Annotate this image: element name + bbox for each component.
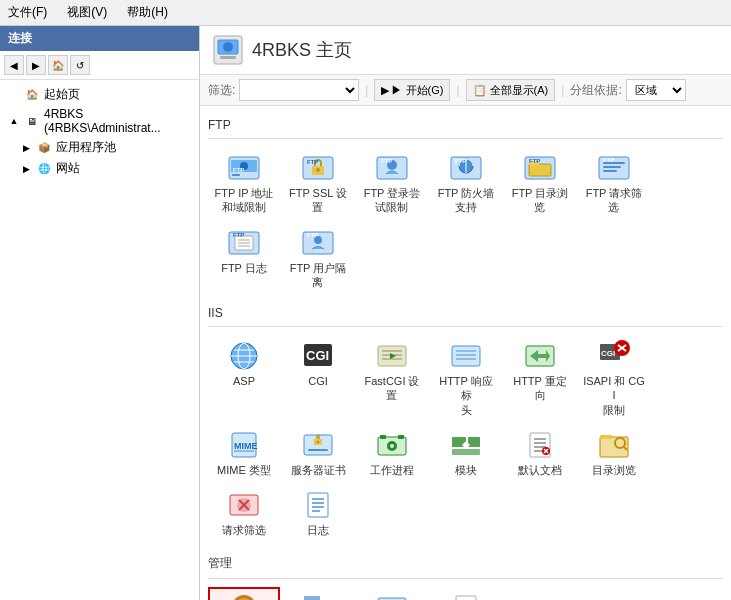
separator1: | <box>365 83 368 97</box>
asp-label: ASP <box>233 374 255 388</box>
ftp-log-icon: FTP <box>228 227 260 259</box>
icon-http-redirect[interactable]: HTTP 重定向 <box>504 335 576 422</box>
sidebar-item-apppool-label: 应用程序池 <box>56 139 116 156</box>
filter-select[interactable] <box>239 79 359 101</box>
isapi-cgi-icon: CGI <box>598 340 630 372</box>
sidebar-toolbar: ◀ ▶ 🏠 ↺ <box>0 51 199 80</box>
sidebar-item-sites[interactable]: ▶ 🌐 网站 <box>16 158 195 179</box>
svg-text:MIME: MIME <box>234 441 258 451</box>
svg-text:CGI: CGI <box>601 349 615 358</box>
apppool-expand-icon: ▶ <box>20 143 32 153</box>
svg-point-65 <box>317 441 320 444</box>
svg-point-2 <box>223 42 233 52</box>
ftp-icon-grid: FTP FTP IP 地址和域限制 FTP <box>208 147 723 294</box>
ftp-firewall-label: FTP 防火墙支持 <box>438 186 495 215</box>
icon-cgi[interactable]: CGI CGI <box>282 335 354 422</box>
ftp-user-label: FTP 用户隔离 <box>290 261 347 290</box>
section-ftp-label: FTP <box>208 114 723 139</box>
icon-request-filter[interactable]: 请求筛选 <box>208 484 280 542</box>
svg-point-69 <box>390 444 394 448</box>
sidebar-item-start[interactable]: 🏠 起始页 <box>4 84 195 105</box>
request-filter-icon <box>228 489 260 521</box>
icon-web-platform[interactable]: Web 平台安装程序 ↑ <box>208 587 280 600</box>
separator2: | <box>456 83 459 97</box>
icon-ftp-dir[interactable]: FTP FTP 目录浏览 <box>504 147 576 220</box>
mime-icon: MIME <box>228 429 260 461</box>
group-select[interactable]: 区域 <box>626 79 686 101</box>
ftp-ssl-label: FTP SSL 设置 <box>289 186 347 215</box>
cgi-label: CGI <box>308 374 328 388</box>
icon-shared-config[interactable]: 共享的配置 <box>356 587 428 600</box>
icon-default-doc[interactable]: 默认文档 <box>504 424 576 482</box>
icon-mime[interactable]: MIME MIME 类型 <box>208 424 280 482</box>
dir-browse-icon <box>598 429 630 461</box>
svg-text:FTP: FTP <box>307 159 318 165</box>
icon-ftp-user[interactable]: FTP FTP 用户隔离 <box>282 222 354 295</box>
svg-rect-26 <box>603 166 621 168</box>
icon-worker[interactable]: 工作进程 <box>356 424 428 482</box>
svg-text:FTP: FTP <box>233 232 244 238</box>
sidebar-item-start-label: 起始页 <box>44 86 80 103</box>
ftp-dir-label: FTP 目录浏览 <box>512 186 569 215</box>
start-btn[interactable]: ▶ ▶ 开始(G) <box>374 79 450 101</box>
worker-icon <box>376 429 408 461</box>
ftp-ssl-icon: FTP <box>302 152 334 184</box>
svg-rect-50 <box>452 346 480 366</box>
icon-dir-browse[interactable]: 目录浏览 <box>578 424 650 482</box>
svg-rect-108 <box>456 596 476 600</box>
toolbar-forward-btn[interactable]: ▶ <box>26 55 46 75</box>
sidebar-item-apppool[interactable]: ▶ 📦 应用程序池 <box>16 137 195 158</box>
menu-file[interactable]: 文件(F) <box>4 2 51 23</box>
sidebar-item-server[interactable]: ▲ 🖥 4RBKS (4RBKS\Administrat... <box>4 105 195 137</box>
icon-http-response[interactable]: HTTP 响应标头 <box>430 335 502 422</box>
isapi-cgi-label: ISAPI 和 CGI限制 <box>583 374 645 417</box>
dir-browse-label: 目录浏览 <box>592 463 636 477</box>
icon-ftp-ssl[interactable]: FTP FTP SSL 设置 <box>282 147 354 220</box>
icon-asp[interactable]: ASP <box>208 335 280 422</box>
http-response-label: HTTP 响应标头 <box>435 374 497 417</box>
ftp-firewall-icon: FTP <box>450 152 482 184</box>
toolbar-back-btn[interactable]: ◀ <box>4 55 24 75</box>
server-expand-icon: ▲ <box>8 116 20 126</box>
icon-server-cert[interactable]: 服务器证书 <box>282 424 354 482</box>
icon-log[interactable]: 日志 <box>282 484 354 542</box>
filter-bar: 筛选: | ▶ ▶ 开始(G) | 📋 全部显示(A) | 分组依据: 区域 <box>200 75 731 106</box>
ftp-log-label: FTP 日志 <box>221 261 267 275</box>
icon-config-editor[interactable]: 配置编辑器 <box>430 587 502 600</box>
svg-text:FTP: FTP <box>381 158 392 164</box>
sidebar-header: 连接 <box>0 26 199 51</box>
ftp-user-icon: FTP <box>302 227 334 259</box>
icon-modules[interactable]: 模块 <box>430 424 502 482</box>
menu-help[interactable]: 帮助(H) <box>123 2 172 23</box>
svg-rect-71 <box>398 435 404 439</box>
icon-ftp-request[interactable]: FTP FTP 请求筛选 <box>578 147 650 220</box>
server-cert-icon <box>302 429 334 461</box>
toolbar-refresh-btn[interactable]: ↺ <box>70 55 90 75</box>
sidebar-tree: 🏠 起始页 ▲ 🖥 4RBKS (4RBKS\Administrat... ▶ … <box>0 80 199 600</box>
modules-icon <box>450 429 482 461</box>
ftp-request-icon: FTP <box>598 152 630 184</box>
sidebar-item-sites-label: 网站 <box>56 160 80 177</box>
icon-ftp-log[interactable]: FTP FTP 日志 <box>208 222 280 295</box>
icon-fastcgi[interactable]: FastCGI 设置 <box>356 335 428 422</box>
menu-view[interactable]: 视图(V) <box>63 2 111 23</box>
sites-icon: 🌐 <box>36 161 52 177</box>
main-layout: 连接 ◀ ▶ 🏠 ↺ 🏠 起始页 ▲ 🖥 4RBKS (4RBKS\Admini… <box>0 26 731 600</box>
icon-ftp-login[interactable]: FTP FTP 登录尝试限制 <box>356 147 428 220</box>
config-editor-icon <box>450 592 482 600</box>
svg-rect-101 <box>304 596 320 600</box>
log-label: 日志 <box>307 523 329 537</box>
svg-text:FTP: FTP <box>307 232 318 238</box>
start-label: ▶ 开始(G) <box>391 83 443 98</box>
ftp-login-label: FTP 登录尝试限制 <box>364 186 421 215</box>
asp-icon <box>228 340 260 372</box>
svg-rect-3 <box>220 56 236 59</box>
svg-rect-70 <box>380 435 386 439</box>
toolbar-home-btn[interactable]: 🏠 <box>48 55 68 75</box>
icon-isapi-cgi[interactable]: CGI ISAPI 和 CGI限制 <box>578 335 650 422</box>
icon-ftp-ip[interactable]: FTP FTP IP 地址和域限制 <box>208 147 280 220</box>
separator3: | <box>561 83 564 97</box>
show-all-btn[interactable]: 📋 全部显示(A) <box>466 79 556 101</box>
icon-feature-delegate[interactable]: 功能委派 <box>282 587 354 600</box>
icon-ftp-firewall[interactable]: FTP FTP 防火墙支持 <box>430 147 502 220</box>
